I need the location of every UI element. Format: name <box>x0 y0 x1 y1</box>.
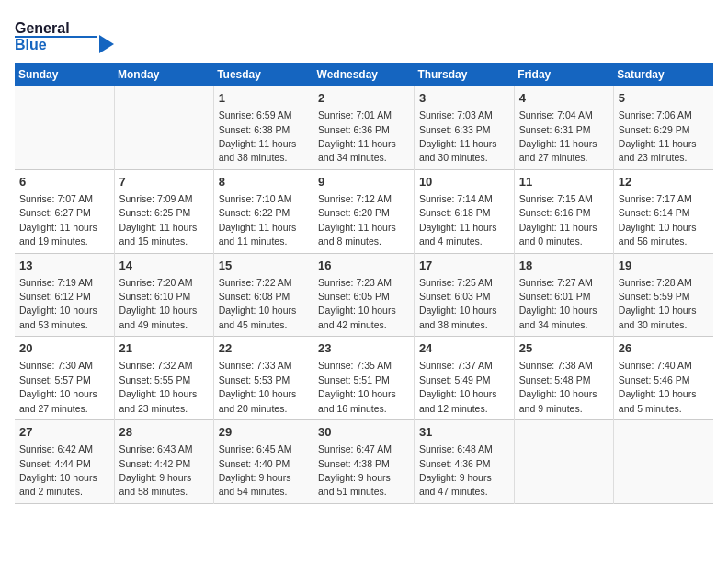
day-number: 30 <box>318 424 409 441</box>
calendar-cell: 14Sunrise: 7:20 AMSunset: 6:10 PMDayligh… <box>114 253 213 337</box>
calendar-cell <box>514 420 613 504</box>
day-info: Sunrise: 7:10 AMSunset: 6:22 PMDaylight:… <box>219 193 297 247</box>
day-number: 18 <box>519 258 609 274</box>
day-info: Sunrise: 7:12 AMSunset: 6:20 PMDaylight:… <box>318 193 396 247</box>
day-number: 2 <box>318 90 409 107</box>
calendar-cell: 18Sunrise: 7:27 AMSunset: 6:01 PMDayligh… <box>514 253 613 337</box>
calendar-cell: 21Sunrise: 7:32 AMSunset: 5:55 PMDayligh… <box>114 337 213 420</box>
calendar-week-row: 13Sunrise: 7:19 AMSunset: 6:12 PMDayligh… <box>15 253 713 337</box>
calendar-week-row: 27Sunrise: 6:42 AMSunset: 4:44 PMDayligh… <box>15 420 713 504</box>
day-info: Sunrise: 7:20 AMSunset: 6:10 PMDaylight:… <box>119 277 198 330</box>
calendar-cell: 12Sunrise: 7:17 AMSunset: 6:14 PMDayligh… <box>613 169 713 253</box>
day-info: Sunrise: 7:33 AMSunset: 5:53 PMDaylight:… <box>219 360 297 413</box>
svg-text:Blue: Blue <box>15 37 47 52</box>
calendar-header: SundayMondayTuesdayWednesdayThursdayFrid… <box>15 63 713 86</box>
weekday-header: Monday <box>114 63 213 86</box>
day-number: 20 <box>19 340 109 357</box>
day-number: 11 <box>519 174 609 190</box>
day-number: 12 <box>619 174 709 190</box>
day-number: 1 <box>219 90 308 107</box>
day-info: Sunrise: 7:09 AMSunset: 6:25 PMDaylight:… <box>119 193 198 247</box>
calendar-cell: 29Sunrise: 6:45 AMSunset: 4:40 PMDayligh… <box>213 420 313 504</box>
day-info: Sunrise: 6:47 AMSunset: 4:38 PMDaylight:… <box>318 443 392 497</box>
logo-svg: General Blue <box>15 15 116 55</box>
calendar-cell: 8Sunrise: 7:10 AMSunset: 6:22 PMDaylight… <box>213 169 313 253</box>
day-info: Sunrise: 7:07 AMSunset: 6:27 PMDaylight:… <box>19 193 97 247</box>
day-info: Sunrise: 6:45 AMSunset: 4:40 PMDaylight:… <box>219 443 292 497</box>
day-number: 13 <box>19 258 109 274</box>
day-number: 10 <box>419 174 509 190</box>
day-info: Sunrise: 6:59 AMSunset: 6:38 PMDaylight:… <box>219 109 297 163</box>
calendar-cell: 7Sunrise: 7:09 AMSunset: 6:25 PMDaylight… <box>114 169 213 253</box>
day-info: Sunrise: 7:19 AMSunset: 6:12 PMDaylight:… <box>19 277 97 330</box>
calendar-cell: 22Sunrise: 7:33 AMSunset: 5:53 PMDayligh… <box>213 337 313 420</box>
day-number: 4 <box>519 90 609 107</box>
calendar-cell: 28Sunrise: 6:43 AMSunset: 4:42 PMDayligh… <box>114 420 213 504</box>
day-info: Sunrise: 7:03 AMSunset: 6:33 PMDaylight:… <box>419 109 497 163</box>
weekday-header: Friday <box>514 63 613 86</box>
calendar-cell: 11Sunrise: 7:15 AMSunset: 6:16 PMDayligh… <box>514 169 613 253</box>
day-info: Sunrise: 7:32 AMSunset: 5:55 PMDaylight:… <box>119 360 198 413</box>
day-number: 29 <box>219 424 308 441</box>
day-info: Sunrise: 7:06 AMSunset: 6:29 PMDaylight:… <box>619 109 697 163</box>
calendar-cell: 2Sunrise: 7:01 AMSunset: 6:36 PMDaylight… <box>313 86 415 169</box>
calendar-cell: 1Sunrise: 6:59 AMSunset: 6:38 PMDaylight… <box>213 86 313 169</box>
day-info: Sunrise: 7:17 AMSunset: 6:14 PMDaylight:… <box>619 193 697 247</box>
day-number: 8 <box>219 174 308 190</box>
day-number: 9 <box>318 174 409 190</box>
calendar-cell: 30Sunrise: 6:47 AMSunset: 4:38 PMDayligh… <box>313 420 415 504</box>
weekday-header: Wednesday <box>313 63 415 86</box>
calendar-cell: 25Sunrise: 7:38 AMSunset: 5:48 PMDayligh… <box>514 337 613 420</box>
day-number: 5 <box>619 90 709 107</box>
logo: General Blue <box>15 15 116 55</box>
weekday-header: Sunday <box>15 63 114 86</box>
calendar-cell: 10Sunrise: 7:14 AMSunset: 6:18 PMDayligh… <box>414 169 514 253</box>
day-number: 7 <box>119 174 209 190</box>
day-number: 17 <box>419 258 509 274</box>
day-info: Sunrise: 7:23 AMSunset: 6:05 PMDaylight:… <box>318 277 396 330</box>
day-info: Sunrise: 7:35 AMSunset: 5:51 PMDaylight:… <box>318 360 396 413</box>
calendar-cell: 4Sunrise: 7:04 AMSunset: 6:31 PMDaylight… <box>514 86 613 169</box>
day-number: 28 <box>119 424 209 441</box>
calendar-cell: 15Sunrise: 7:22 AMSunset: 6:08 PMDayligh… <box>213 253 313 337</box>
day-info: Sunrise: 7:40 AMSunset: 5:46 PMDaylight:… <box>619 360 697 413</box>
weekday-header: Thursday <box>414 63 514 86</box>
calendar-cell: 20Sunrise: 7:30 AMSunset: 5:57 PMDayligh… <box>15 337 114 420</box>
day-info: Sunrise: 6:42 AMSunset: 4:44 PMDaylight:… <box>19 443 97 497</box>
weekday-header: Tuesday <box>213 63 313 86</box>
day-number: 16 <box>318 258 409 274</box>
day-number: 31 <box>419 424 509 441</box>
calendar-cell: 16Sunrise: 7:23 AMSunset: 6:05 PMDayligh… <box>313 253 415 337</box>
day-info: Sunrise: 7:01 AMSunset: 6:36 PMDaylight:… <box>318 109 396 163</box>
day-info: Sunrise: 7:30 AMSunset: 5:57 PMDaylight:… <box>19 360 97 413</box>
day-number: 25 <box>519 340 609 357</box>
calendar-week-row: 20Sunrise: 7:30 AMSunset: 5:57 PMDayligh… <box>15 337 713 420</box>
calendar-cell: 23Sunrise: 7:35 AMSunset: 5:51 PMDayligh… <box>313 337 415 420</box>
day-number: 22 <box>219 340 308 357</box>
day-number: 19 <box>619 258 709 274</box>
calendar-cell: 3Sunrise: 7:03 AMSunset: 6:33 PMDaylight… <box>414 86 514 169</box>
day-number: 24 <box>419 340 509 357</box>
page-header: General Blue <box>15 15 713 55</box>
day-info: Sunrise: 6:43 AMSunset: 4:42 PMDaylight:… <box>119 443 193 497</box>
day-number: 23 <box>318 340 409 357</box>
calendar-table: SundayMondayTuesdayWednesdayThursdayFrid… <box>15 63 713 504</box>
calendar-cell: 6Sunrise: 7:07 AMSunset: 6:27 PMDaylight… <box>15 169 114 253</box>
day-info: Sunrise: 7:27 AMSunset: 6:01 PMDaylight:… <box>519 277 597 330</box>
day-number: 6 <box>19 174 109 190</box>
weekday-row: SundayMondayTuesdayWednesdayThursdayFrid… <box>15 63 713 86</box>
calendar-cell <box>15 86 114 169</box>
day-number: 26 <box>619 340 709 357</box>
calendar-cell: 27Sunrise: 6:42 AMSunset: 4:44 PMDayligh… <box>15 420 114 504</box>
calendar-cell: 13Sunrise: 7:19 AMSunset: 6:12 PMDayligh… <box>15 253 114 337</box>
svg-marker-2 <box>99 35 114 53</box>
day-info: Sunrise: 7:04 AMSunset: 6:31 PMDaylight:… <box>519 109 597 163</box>
calendar-cell: 17Sunrise: 7:25 AMSunset: 6:03 PMDayligh… <box>414 253 514 337</box>
day-info: Sunrise: 7:25 AMSunset: 6:03 PMDaylight:… <box>419 277 497 330</box>
weekday-header: Saturday <box>613 63 713 86</box>
day-info: Sunrise: 7:37 AMSunset: 5:49 PMDaylight:… <box>419 360 497 413</box>
day-info: Sunrise: 7:15 AMSunset: 6:16 PMDaylight:… <box>519 193 597 247</box>
calendar-cell: 9Sunrise: 7:12 AMSunset: 6:20 PMDaylight… <box>313 169 415 253</box>
calendar-cell: 5Sunrise: 7:06 AMSunset: 6:29 PMDaylight… <box>613 86 713 169</box>
day-number: 14 <box>119 258 209 274</box>
